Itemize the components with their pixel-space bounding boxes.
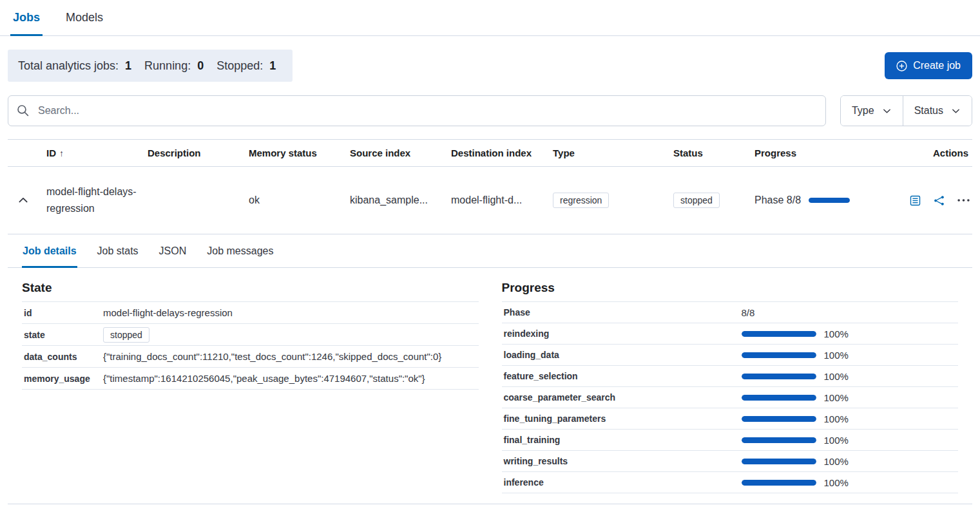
tab-job-stats[interactable]: Job stats <box>97 234 139 267</box>
tab-job-messages[interactable]: Job messages <box>206 234 274 267</box>
progress-percent-label: 100% <box>824 413 849 424</box>
status-filter-button[interactable]: Status <box>903 96 972 126</box>
job-details-tab-bar: Job details Job stats JSON Job messages <box>8 234 972 268</box>
type-filter-button[interactable]: Type <box>841 96 903 126</box>
column-header-source-index: Source index <box>350 147 451 158</box>
progress-bar <box>742 459 816 464</box>
chevron-down-icon <box>882 106 892 116</box>
view-details-icon <box>910 198 921 208</box>
type-filter-label: Type <box>852 105 874 117</box>
stopped-jobs-value: 1 <box>269 59 276 73</box>
job-destination-index-cell: model-flight-d... <box>451 194 553 206</box>
column-header-description: Description <box>148 147 249 158</box>
column-header-destination-index: Destination index <box>451 147 553 158</box>
column-header-progress: Progress <box>754 147 902 158</box>
progress-bar <box>742 437 816 443</box>
progress-row: fine_tuning_parameters 100% <box>502 408 959 429</box>
tab-jobs[interactable]: Jobs <box>12 0 41 35</box>
column-header-actions: Actions <box>902 147 972 158</box>
progress-row: inference 100% <box>502 471 959 493</box>
state-row-value: model-flight-delays-regression <box>103 307 479 318</box>
search-input[interactable] <box>8 95 826 126</box>
progress-percent-label: 100% <box>824 328 849 339</box>
progress-row: final_training 100% <box>502 429 959 450</box>
progress-section-title: Progress <box>502 281 959 295</box>
progress-table: Phase 8/8 reindexing 100% loading_data <box>502 301 959 493</box>
top-tab-bar: Jobs Models <box>0 0 980 36</box>
progress-percent-label: 100% <box>824 456 849 467</box>
state-row-value: {"timestamp":1614210256045,"peak_usage_b… <box>103 373 479 384</box>
progress-bar <box>742 374 816 379</box>
progress-bar <box>742 480 816 486</box>
more-actions-button[interactable] <box>956 197 971 204</box>
progress-row-phase: Phase 8/8 <box>502 301 959 323</box>
state-value-badge: stopped <box>103 327 149 343</box>
plus-circle-icon <box>896 61 907 71</box>
state-row-id: id model-flight-delays-regression <box>22 301 479 323</box>
filter-group: Type Status <box>840 95 972 126</box>
job-status-badge: stopped <box>673 193 720 208</box>
progress-row-label: writing_results <box>502 456 742 466</box>
progress-percent-label: 100% <box>824 477 849 488</box>
state-row-data-counts: data_counts {"training_docs_count":11210… <box>22 345 479 367</box>
table-header-row: ID ↑ Description Memory status Source in… <box>8 139 972 167</box>
state-row-label: memory_usage <box>22 374 103 384</box>
state-row-label: data_counts <box>22 352 103 362</box>
job-progress-bar <box>809 198 850 203</box>
progress-row-label: final_training <box>502 435 742 445</box>
progress-bar <box>742 395 816 401</box>
job-memory-status-cell: ok <box>249 194 350 206</box>
progress-row: feature_selection 100% <box>502 365 959 386</box>
tab-job-details[interactable]: Job details <box>22 234 77 267</box>
running-jobs-value: 0 <box>197 59 204 73</box>
search-icon <box>17 104 29 117</box>
progress-row-label: inference <box>502 477 742 488</box>
job-source-index-cell: kibana_sample... <box>350 194 451 206</box>
table-row: model-flight-delays-regression ok kibana… <box>8 167 972 234</box>
total-jobs-value: 1 <box>125 59 131 73</box>
analytics-jobs-page: Jobs Models Total analytics jobs: 1 Runn… <box>0 0 980 512</box>
column-header-type: Type <box>553 147 673 158</box>
status-filter-label: Status <box>914 105 943 117</box>
chevron-up-icon <box>17 198 29 208</box>
progress-row-label: Phase <box>502 307 742 318</box>
job-details-content: State id model-flight-delays-regression … <box>8 268 972 504</box>
job-id-cell: model-flight-delays-regression <box>46 184 148 217</box>
search-box <box>8 95 826 126</box>
toolbar: Total analytics jobs: 1 Running: 0 Stopp… <box>8 50 972 82</box>
sort-ascending-icon: ↑ <box>59 148 64 158</box>
total-jobs-label: Total analytics jobs: <box>18 59 119 73</box>
progress-bar <box>742 331 816 337</box>
collapse-row-button[interactable] <box>16 193 30 207</box>
state-row-state: state stopped <box>22 323 479 345</box>
column-header-memory-status: Memory status <box>249 147 350 158</box>
job-details-panel: Job details Job stats JSON Job messages … <box>8 234 972 504</box>
progress-percent-label: 100% <box>824 392 849 403</box>
progress-row: coarse_parameter_search 100% <box>502 386 959 408</box>
column-header-id-label: ID <box>46 147 56 158</box>
job-progress-label: Phase 8/8 <box>754 194 801 206</box>
progress-percent-label: 100% <box>824 435 849 446</box>
chevron-down-icon <box>951 106 961 116</box>
tab-json[interactable]: JSON <box>159 234 187 267</box>
state-section-title: State <box>22 281 479 295</box>
progress-section: Progress Phase 8/8 reindexing 100% <box>502 281 959 493</box>
state-row-memory-usage: memory_usage {"timestamp":1614210256045,… <box>22 367 479 389</box>
progress-row: writing_results 100% <box>502 450 959 471</box>
progress-row-label: loading_data <box>502 350 742 360</box>
progress-row: loading_data 100% <box>502 344 959 365</box>
state-row-value: {"training_docs_count":11210,"test_docs_… <box>103 351 479 362</box>
progress-bar <box>742 416 816 422</box>
state-row-label: state <box>22 330 103 340</box>
column-header-id[interactable]: ID ↑ <box>46 147 148 158</box>
progress-row-label: fine_tuning_parameters <box>502 413 742 424</box>
progress-percent-label: 100% <box>824 371 849 382</box>
analytics-map-icon <box>934 198 945 208</box>
tab-models[interactable]: Models <box>64 0 104 35</box>
create-job-label: Create job <box>913 60 961 71</box>
progress-bar <box>742 352 816 358</box>
ellipsis-icon <box>957 194 970 204</box>
analytics-map-button[interactable] <box>932 194 946 207</box>
create-job-button[interactable]: Create job <box>885 52 972 79</box>
view-job-details-button[interactable] <box>908 194 922 207</box>
